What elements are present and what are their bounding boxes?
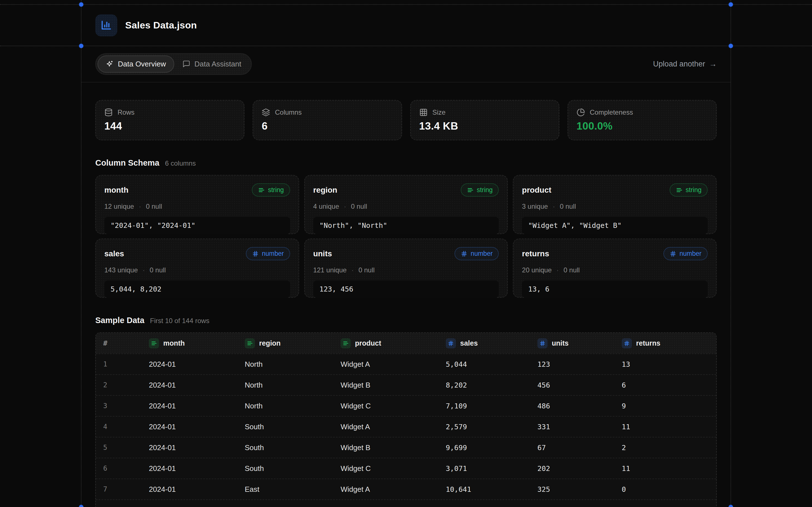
main-content: Rows 144 Columns 6 Size 13.4 KB Complete… xyxy=(81,82,731,507)
sample-section-head: Sample Data First 10 of 144 rows xyxy=(95,316,717,325)
table-cell: 0 xyxy=(614,485,716,494)
table-cell: 9,699 xyxy=(439,444,530,452)
column-header-sales: sales xyxy=(439,338,530,348)
table-cell: 7,109 xyxy=(439,402,530,410)
type-badge: string xyxy=(670,183,708,196)
unique-count: 3 unique xyxy=(522,203,548,210)
table-cell: Widget B xyxy=(333,506,439,507)
tab-data-assistant[interactable]: Data Assistant xyxy=(174,55,250,73)
table-row: 82024-01EastWidget B7,3942183 xyxy=(96,499,716,507)
table-cell: Widget B xyxy=(333,443,439,452)
unique-count: 143 unique xyxy=(104,266,138,274)
schema-card: product string 3 unique · 0 null "Widget… xyxy=(513,175,717,234)
tab-group: Data Overview Data Assistant xyxy=(95,53,252,75)
null-count: 0 null xyxy=(146,203,162,210)
type-badge-label: number xyxy=(679,250,702,258)
table-cell: East xyxy=(238,485,333,494)
column-name: product xyxy=(522,186,551,194)
table-cell: 218 xyxy=(530,506,614,507)
table-cell: 67 xyxy=(530,444,614,452)
table-cell: 2024-01 xyxy=(142,464,238,473)
table-row: 12024-01NorthWidget A5,04412313 xyxy=(96,353,716,374)
column-header-label: sales xyxy=(460,339,478,347)
type-badge-label: string xyxy=(268,186,284,194)
hash-icon xyxy=(670,250,676,257)
row-index: 6 xyxy=(96,464,142,472)
tab-data-overview[interactable]: Data Overview xyxy=(98,55,174,73)
pie-chart-icon xyxy=(576,108,585,117)
unique-count: 121 unique xyxy=(313,266,347,274)
resize-handle-mid-left[interactable] xyxy=(79,44,84,48)
table-cell: Widget A xyxy=(333,360,439,369)
type-badge: number xyxy=(455,247,499,260)
bar-chart-file-icon xyxy=(95,14,117,36)
column-header-product: product xyxy=(333,338,439,348)
table-cell: Widget B xyxy=(333,381,439,390)
resize-handle-mid-right[interactable] xyxy=(728,44,733,48)
column-header-label: returns xyxy=(636,339,660,347)
table-row: 72024-01EastWidget A10,6413250 xyxy=(96,478,716,499)
sample-values: 123, 456 xyxy=(313,281,499,298)
column-header-label: units xyxy=(552,339,569,347)
resize-handle-top-right[interactable] xyxy=(728,2,733,7)
schema-section-subtitle: 6 columns xyxy=(165,159,196,167)
dot-separator: · xyxy=(557,266,559,274)
table-cell: 486 xyxy=(530,402,614,410)
type-badge-label: string xyxy=(686,186,702,194)
table-cell: 9 xyxy=(614,402,716,410)
grid-table-icon xyxy=(419,108,428,117)
schema-section-title: Column Schema xyxy=(95,158,159,168)
text-lines-icon xyxy=(676,187,682,193)
text-lines-icon xyxy=(245,338,255,348)
table-row: 42024-01SouthWidget A2,57933111 xyxy=(96,416,716,437)
sample-values: 13, 6 xyxy=(522,281,708,298)
app-panel: Sales Data.json Data Overview Data Assis… xyxy=(81,4,731,507)
table-cell: 2 xyxy=(614,444,716,452)
type-badge-label: number xyxy=(262,250,284,258)
schema-card: sales number 143 unique · 0 null 5,044, … xyxy=(95,238,299,298)
schema-grid: month string 12 unique · 0 null "2024-01… xyxy=(95,175,717,298)
upload-another-label: Upload another xyxy=(653,60,705,68)
column-header-region: region xyxy=(238,338,333,348)
column-name: month xyxy=(104,186,129,194)
table-cell: 11 xyxy=(614,423,716,431)
table-cell: Widget A xyxy=(333,485,439,494)
table-cell: North xyxy=(238,360,333,369)
schema-section-head: Column Schema 6 columns xyxy=(95,158,717,168)
table-cell: 2024-01 xyxy=(142,422,238,431)
table-cell: 2024-01 xyxy=(142,381,238,390)
stat-value: 144 xyxy=(104,120,236,132)
type-badge: number xyxy=(246,247,290,260)
row-index: 3 xyxy=(96,402,142,410)
row-index: 2 xyxy=(96,381,142,389)
sample-data-table: #monthregionproductsalesunitsreturns 120… xyxy=(95,332,717,507)
table-cell: North xyxy=(238,381,333,390)
type-badge: number xyxy=(663,247,708,260)
table-cell: 2024-01 xyxy=(142,485,238,494)
null-count: 0 null xyxy=(351,203,367,210)
table-cell: 7,394 xyxy=(439,506,530,507)
table-row: 22024-01NorthWidget B8,2024566 xyxy=(96,374,716,395)
stat-card: Size 13.4 KB xyxy=(410,100,559,140)
table-cell: 2024-01 xyxy=(142,443,238,452)
null-count: 0 null xyxy=(358,266,374,274)
upload-another-link[interactable]: Upload another → xyxy=(653,60,717,68)
table-cell: 2024-01 xyxy=(142,360,238,369)
table-cell: 3 xyxy=(614,506,716,507)
text-lines-icon xyxy=(149,338,159,348)
hash-icon xyxy=(622,338,632,348)
null-count: 0 null xyxy=(564,266,580,274)
sample-values: "North", "North" xyxy=(313,217,499,234)
column-header-label: region xyxy=(259,339,281,347)
null-count: 0 null xyxy=(150,266,166,274)
table-cell: Widget C xyxy=(333,402,439,410)
table-cell: South xyxy=(238,422,333,431)
resize-handle-bottom-right[interactable] xyxy=(728,505,733,507)
layers-icon xyxy=(262,108,270,117)
chat-bubble-icon xyxy=(183,60,190,68)
stat-label: Columns xyxy=(275,108,302,116)
table-cell: 456 xyxy=(530,381,614,389)
resize-handle-top-left[interactable] xyxy=(79,2,84,7)
table-cell: 6 xyxy=(614,381,716,389)
table-cell: Widget A xyxy=(333,422,439,431)
